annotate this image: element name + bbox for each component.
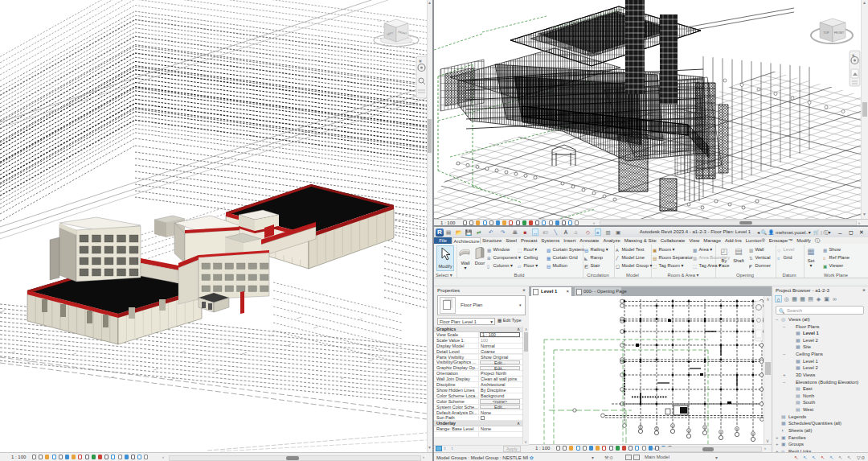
svg-text:FRONT: FRONT <box>834 31 845 35</box>
svg-text:TOP: TOP <box>823 31 829 35</box>
svg-text:⌂: ⌂ <box>378 18 381 23</box>
svg-text:▣: ▣ <box>419 59 422 63</box>
svg-text:▣: ▣ <box>852 54 854 57</box>
